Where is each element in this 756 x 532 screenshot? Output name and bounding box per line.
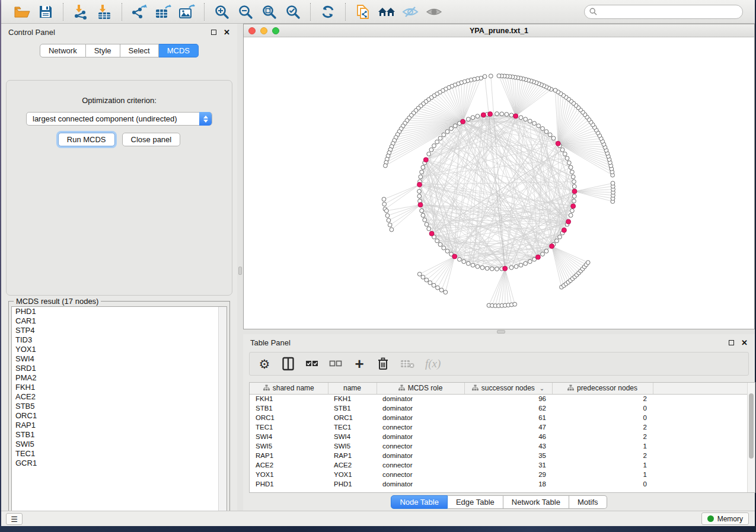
memory-button[interactable]: Memory: [701, 512, 749, 525]
mcds-result-node[interactable]: STB1: [12, 430, 227, 440]
tab-style[interactable]: Style: [86, 44, 120, 57]
mcds-result-node[interactable]: ACE2: [12, 392, 227, 402]
table-cell[interactable]: connector: [377, 422, 464, 432]
select-all-icon[interactable]: [305, 356, 318, 371]
close-panel-icon[interactable]: ✕: [224, 28, 230, 37]
table-row[interactable]: RAP1RAP1dominator352: [250, 451, 748, 460]
table-cell[interactable]: RAP1: [328, 451, 377, 460]
table-cell[interactable]: 2: [552, 394, 653, 403]
close-panel-icon[interactable]: ✕: [741, 338, 748, 347]
delete-row-icon[interactable]: [377, 356, 390, 371]
table-cell[interactable]: 0: [552, 479, 653, 489]
column-header-empty[interactable]: [653, 383, 748, 394]
table-row[interactable]: SWI5SWI5connector431: [250, 441, 748, 451]
mcds-result-node[interactable]: PHD1: [12, 307, 227, 316]
table-cell[interactable]: SWI5: [250, 441, 328, 451]
horizontal-splitter[interactable]: [243, 329, 755, 334]
show-all-icon[interactable]: [424, 2, 444, 21]
tab-mcds[interactable]: MCDS: [159, 44, 199, 57]
table-cell[interactable]: 1: [552, 470, 653, 479]
export-table-icon[interactable]: [153, 2, 173, 21]
table-row[interactable]: PHD1PHD1dominator180: [250, 479, 748, 489]
zoom-selected-icon[interactable]: [283, 2, 303, 21]
tab-select[interactable]: Select: [120, 44, 159, 57]
close-panel-button[interactable]: Close panel: [122, 133, 181, 146]
table-row[interactable]: ACE2ACE2connector311: [250, 460, 748, 470]
mcds-result-node[interactable]: ORC1: [12, 411, 227, 421]
splitter-handle[interactable]: [238, 267, 242, 275]
export-network-icon[interactable]: [129, 2, 149, 21]
table-cell[interactable]: ACE2: [250, 460, 328, 470]
deselect-all-icon[interactable]: [329, 356, 342, 371]
table-cell[interactable]: 2: [552, 432, 653, 441]
refresh-icon[interactable]: [318, 2, 338, 21]
table-cell[interactable]: PHD1: [250, 479, 328, 489]
column-header-successor-nodes[interactable]: successor nodes⌄: [464, 383, 552, 394]
zoom-in-icon[interactable]: [212, 2, 232, 21]
table-cell[interactable]: FKH1: [328, 394, 377, 403]
optimization-dropdown[interactable]: largest connected component (undirected): [26, 112, 212, 126]
table-cell[interactable]: connector: [377, 460, 464, 470]
column-header-predecessor-nodes[interactable]: predecessor nodes: [552, 383, 653, 394]
import-table-icon[interactable]: [94, 2, 114, 21]
table-cell[interactable]: 0: [552, 413, 653, 422]
column-header-MCDS-role[interactable]: MCDS role: [377, 383, 464, 394]
mcds-result-node[interactable]: STP4: [12, 326, 227, 335]
vertical-splitter[interactable]: [237, 24, 243, 511]
table-cell[interactable]: ACE2: [328, 460, 377, 470]
export-image-icon[interactable]: [177, 2, 197, 21]
float-panel-icon[interactable]: [729, 340, 734, 345]
duplicate-network-icon[interactable]: [353, 2, 373, 21]
table-cell[interactable]: 61: [464, 413, 552, 422]
table-cell[interactable]: 46: [464, 432, 552, 441]
table-cell[interactable]: STB1: [328, 403, 377, 413]
table-cell[interactable]: 35: [464, 451, 552, 460]
network-titlebar[interactable]: YPA_prune.txt_1: [244, 24, 754, 37]
table-cell[interactable]: 96: [464, 394, 552, 403]
table-row[interactable]: FKH1FKH1dominator962: [250, 394, 748, 403]
tab-edge-table[interactable]: Edge Table: [448, 495, 503, 509]
table-cell[interactable]: connector: [377, 470, 464, 479]
table-row[interactable]: STB1STB1dominator620: [250, 403, 748, 413]
table-cell[interactable]: FKH1: [250, 394, 328, 403]
task-history-button[interactable]: ☰: [6, 513, 23, 525]
table-cell[interactable]: 47: [464, 422, 552, 432]
table-cell[interactable]: 18: [464, 479, 552, 489]
table-cell[interactable]: RAP1: [250, 451, 328, 460]
column-header-name[interactable]: name: [328, 383, 377, 394]
table-cell[interactable]: 2: [552, 451, 653, 460]
mcds-result-list[interactable]: PHD1CAR1STP4TID3YOX1SWI4SRD1PMA2FKH1ACE2…: [11, 306, 227, 517]
table-row[interactable]: ORC1ORC1dominator610: [250, 413, 748, 422]
mcds-result-node[interactable]: SWI4: [12, 354, 227, 364]
table-cell[interactable]: YOX1: [250, 470, 328, 479]
table-cell[interactable]: dominator: [377, 479, 464, 489]
zoom-fit-icon[interactable]: [259, 2, 279, 21]
run-mcds-button[interactable]: Run MCDS: [58, 133, 115, 146]
open-file-icon[interactable]: [12, 2, 32, 21]
float-panel-icon[interactable]: [211, 30, 216, 35]
import-network-icon[interactable]: [71, 2, 91, 21]
result-scrollbar[interactable]: [218, 307, 227, 517]
table-cell[interactable]: STB1: [250, 403, 328, 413]
table-cell[interactable]: 1: [552, 441, 653, 451]
mcds-result-node[interactable]: YOX1: [12, 345, 227, 354]
splitter-handle[interactable]: [497, 330, 505, 334]
table-cell[interactable]: 43: [464, 441, 552, 451]
table-cell[interactable]: YOX1: [328, 470, 377, 479]
table-cell[interactable]: 29: [464, 470, 552, 479]
table-cell[interactable]: ORC1: [328, 413, 377, 422]
mcds-result-node[interactable]: SRD1: [12, 364, 227, 373]
table-cell[interactable]: TEC1: [250, 422, 328, 432]
mcds-result-node[interactable]: CAR1: [12, 316, 227, 326]
search-input[interactable]: [601, 8, 738, 16]
table-cell[interactable]: 2: [552, 422, 653, 432]
table-cell[interactable]: connector: [377, 441, 464, 451]
table-cell[interactable]: ORC1: [250, 413, 328, 422]
mcds-result-node[interactable]: STB5: [12, 402, 227, 411]
save-session-icon[interactable]: [36, 2, 56, 21]
settings-icon[interactable]: ⚙: [258, 356, 271, 371]
table-cell[interactable]: SWI4: [328, 432, 377, 441]
table-cell[interactable]: dominator: [377, 413, 464, 422]
table-scrollbar[interactable]: [747, 383, 755, 492]
mcds-result-node[interactable]: GCR1: [12, 459, 227, 468]
